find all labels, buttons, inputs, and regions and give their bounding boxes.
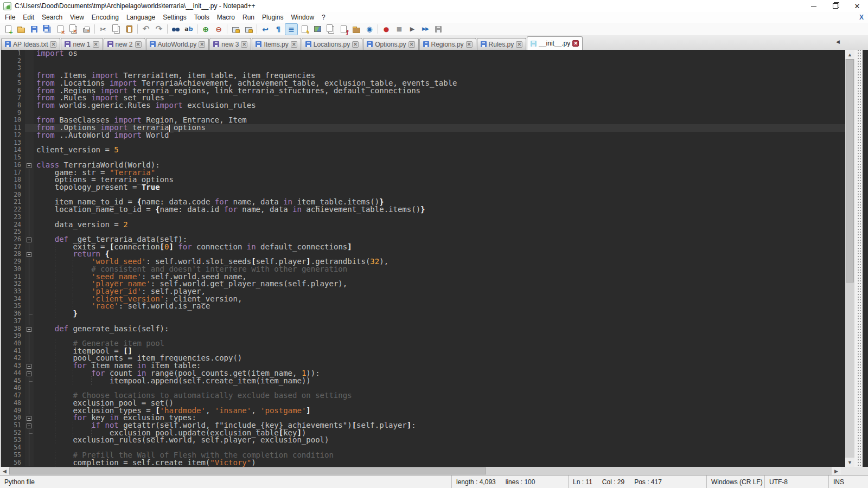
menu-language[interactable]: Language [123, 12, 159, 22]
close-document-x-button[interactable]: X [855, 14, 868, 21]
show-indent-guide-button[interactable]: ≡ [285, 23, 298, 35]
macro-run-multiple-button[interactable]: ▶▶ [419, 23, 432, 35]
menu-tools[interactable]: Tools [190, 12, 213, 22]
tab-new-3[interactable]: new 3✕ [209, 38, 251, 50]
tab-regions-py[interactable]: Regions.py✕ [419, 38, 476, 50]
tab-close-icon[interactable]: ✕ [50, 41, 56, 48]
macro-playback-button[interactable]: ▶ [406, 23, 419, 35]
tab-close-icon[interactable]: ✕ [516, 41, 522, 48]
status-eol-format[interactable]: Windows (CR LF) [707, 476, 765, 488]
copy-button[interactable] [110, 23, 123, 35]
close-document-button[interactable]: × [54, 23, 67, 35]
tab-close-icon[interactable]: ✕ [409, 41, 415, 48]
tab-close-icon[interactable]: ✕ [466, 41, 473, 48]
save-all-button[interactable] [41, 23, 54, 35]
macro-save-button[interactable] [432, 23, 445, 35]
tab-close-icon[interactable]: ✕ [199, 41, 205, 48]
menu-run[interactable]: Run [239, 12, 258, 22]
tab-close-icon[interactable]: ✕ [135, 41, 142, 48]
close-all-documents-button[interactable]: × [67, 23, 80, 35]
menu-plugins[interactable]: Plugins [258, 12, 287, 22]
menu-search[interactable]: Search [38, 12, 66, 22]
word-wrap-button[interactable]: ↩ [259, 23, 272, 35]
menu-help[interactable]: ? [318, 12, 329, 22]
scroll-left-arrow[interactable]: ◀ [0, 467, 9, 475]
fold-collapse-marker[interactable] [27, 237, 31, 242]
tab-ap-ideas-txt[interactable]: AP Ideas.txt✕ [1, 38, 60, 50]
find-button[interactable] [169, 23, 182, 35]
vertical-scroll-track[interactable] [845, 59, 854, 458]
menu-edit[interactable]: Edit [19, 12, 38, 22]
tab-close-icon[interactable]: ✕ [572, 40, 579, 47]
horizontal-scroll-thumb[interactable] [9, 467, 486, 474]
tab-close-icon[interactable]: ✕ [291, 41, 297, 48]
redo-button[interactable]: ↷ [152, 23, 165, 35]
status-insert-mode[interactable]: INS [829, 476, 868, 488]
zoom-in-button[interactable]: ⊕ [199, 23, 212, 35]
horizontal-scrollbar[interactable]: ◀ ▶ [0, 467, 868, 475]
fold-collapse-marker[interactable] [27, 371, 31, 376]
undo-button[interactable]: ↶ [139, 23, 152, 35]
document-list-button[interactable] [324, 23, 337, 35]
fold-margin-cell[interactable] [25, 422, 34, 429]
open-file-button[interactable] [15, 23, 28, 35]
fold-margin-cell[interactable] [25, 362, 34, 370]
tab-autoworld-py[interactable]: AutoWorld.py✕ [146, 38, 209, 50]
fold-collapse-marker[interactable] [27, 163, 31, 168]
tab-new-1[interactable]: new 1✕ [61, 38, 103, 50]
fold-collapse-marker[interactable] [27, 416, 31, 421]
fold-collapse-marker[interactable] [27, 423, 31, 428]
maximize-button[interactable] [825, 0, 846, 12]
tab-options-py[interactable]: Options.py✕ [363, 38, 418, 50]
save-button[interactable] [28, 23, 41, 35]
print-button[interactable] [80, 23, 93, 35]
monitoring-button[interactable]: ◉ [363, 23, 376, 35]
macro-stop-button[interactable]: ■ [393, 23, 406, 35]
tab-items-py[interactable]: Items.py✕ [252, 38, 301, 50]
menu-encoding[interactable]: Encoding [88, 12, 123, 22]
sync-vertical-scrolling-button[interactable] [229, 23, 242, 35]
fold-margin-cell[interactable] [25, 414, 34, 422]
fold-collapse-marker[interactable] [27, 252, 31, 257]
tab-scroll-left-button[interactable]: ◀ [836, 39, 840, 44]
zoom-out-button[interactable]: ⊖ [212, 23, 225, 35]
tab-new-2[interactable]: new 2✕ [104, 38, 145, 50]
menu-settings[interactable]: Settings [159, 12, 190, 22]
fold-margin-cell[interactable] [25, 370, 34, 377]
fold-margin-cell[interactable] [25, 162, 34, 169]
tab-locations-py[interactable]: Locations.py✕ [302, 38, 362, 50]
cut-button[interactable]: ✂ [97, 23, 110, 35]
view-splitter-grip[interactable] [857, 50, 863, 467]
menu-view[interactable]: View [66, 12, 88, 22]
fold-collapse-marker[interactable] [27, 327, 31, 332]
function-list-button[interactable]: ƒ [337, 23, 350, 35]
tab-rules-py[interactable]: Rules.py✕ [477, 38, 527, 50]
tab-close-icon[interactable]: ✕ [241, 41, 247, 48]
tab-close-icon[interactable]: ✕ [93, 41, 99, 48]
sync-horizontal-scrolling-button[interactable] [242, 23, 255, 35]
minimize-button[interactable] [803, 0, 825, 12]
fold-margin-cell[interactable] [25, 236, 34, 243]
tab-close-icon[interactable]: ✕ [352, 41, 359, 48]
show-all-characters-button[interactable]: ¶ [272, 23, 285, 35]
user-defined-language-button[interactable]: ϟ [298, 23, 311, 35]
horizontal-scroll-track[interactable] [9, 467, 832, 475]
macro-record-button[interactable]: ● [380, 23, 393, 35]
code-editor[interactable]: 1import os234from .Items import Terraria… [1, 50, 845, 467]
fold-margin-cell[interactable] [25, 325, 34, 333]
fold-margin-cell[interactable] [25, 251, 34, 258]
paste-button[interactable] [123, 23, 136, 35]
folder-as-workspace-button[interactable] [350, 23, 363, 35]
tab--init-py[interactable]: __init__.py✕ [527, 36, 583, 50]
new-file-button[interactable]: + [2, 23, 15, 35]
scroll-right-arrow[interactable]: ▶ [832, 467, 841, 475]
menu-macro[interactable]: Macro [213, 12, 239, 22]
scroll-down-arrow[interactable]: ▼ [845, 458, 854, 467]
status-encoding[interactable]: UTF-8 [765, 476, 829, 488]
menu-file[interactable]: File [1, 12, 19, 22]
vertical-scroll-thumb[interactable] [846, 59, 854, 282]
scroll-up-arrow[interactable]: ▲ [845, 50, 854, 59]
close-window-button[interactable]: ✕ [846, 0, 868, 12]
vertical-scrollbar[interactable]: ▲ ▼ [845, 50, 854, 467]
menu-window[interactable]: Window [287, 12, 318, 22]
